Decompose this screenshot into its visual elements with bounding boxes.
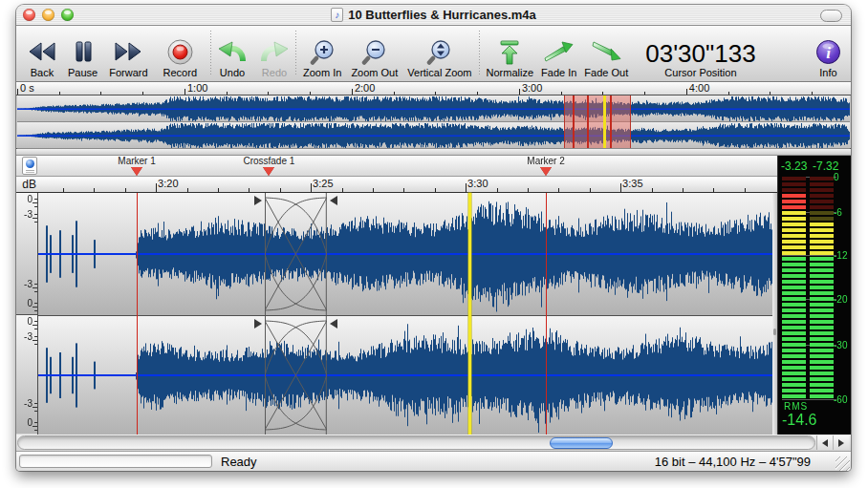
ruler-tick xyxy=(268,92,269,95)
ruler-tick xyxy=(280,188,281,192)
ruler-tick xyxy=(561,92,562,95)
meter-segment xyxy=(782,234,806,238)
peak-value-left: -3.23 xyxy=(781,159,807,173)
ruler-tick xyxy=(812,92,813,95)
right-arrow-icon xyxy=(838,439,844,447)
crossfade-handle-icon[interactable] xyxy=(254,319,262,329)
marker-flag[interactable]: Crossfade 1 xyxy=(211,157,326,176)
zoom-window-button[interactable] xyxy=(61,9,74,21)
horizontal-scrollbar[interactable] xyxy=(16,435,851,451)
overview-marker-line xyxy=(587,95,589,148)
waveform-view[interactable]: 0-3-30 0-3-30 xyxy=(16,193,777,435)
crossfade-handle-icon[interactable] xyxy=(330,319,337,329)
meter-segment xyxy=(782,194,806,198)
editor-left-column: Marker 1Crossfade 1Marker 2 dB 3:203:253… xyxy=(16,156,777,435)
stereo-waveform-canvas[interactable] xyxy=(38,193,772,435)
db-scale-label: -3 xyxy=(24,331,33,342)
ruler-tick-label: 4:00 xyxy=(689,82,709,94)
title-bar[interactable]: ♪ 10 Butterflies & Hurricanes.m4a xyxy=(16,5,851,26)
track-audio-icon[interactable] xyxy=(22,157,37,175)
meter-segment xyxy=(782,257,806,261)
format-info: 16 bit – 44,100 Hz – 4'57"99 xyxy=(655,455,811,469)
ruler-tick-label: 3:30 xyxy=(467,178,488,189)
zoom-out-button[interactable]: Zoom Out xyxy=(351,37,398,78)
ruler-tick xyxy=(745,188,746,192)
db-scale-tick xyxy=(34,422,37,423)
overview-playback-cursor[interactable] xyxy=(603,95,606,148)
ruler-tick xyxy=(477,92,478,95)
rms-label: RMS xyxy=(784,401,808,412)
meter-segment xyxy=(810,177,834,180)
overview-waveform[interactable] xyxy=(16,95,851,149)
marker-flag[interactable]: Marker 2 xyxy=(488,157,603,176)
rms-value: -14.6 xyxy=(782,412,816,429)
record-button[interactable]: Record xyxy=(163,37,197,78)
vertical-zoom-button[interactable]: Vertical Zoom xyxy=(407,37,471,78)
back-button[interactable]: Back xyxy=(28,37,56,78)
traffic-lights xyxy=(23,9,74,21)
pause-button[interactable]: Pause xyxy=(68,37,98,78)
meter-segment xyxy=(810,274,834,278)
window-title: 10 Butterflies & Hurricanes.m4a xyxy=(348,8,536,22)
close-button[interactable] xyxy=(23,9,35,21)
ruler-tick-label: 0 s xyxy=(20,82,34,94)
meter-scale-label: -12 xyxy=(834,250,851,261)
ruler-tick xyxy=(590,188,591,192)
time-ruler[interactable]: dB 3:203:253:303:35 xyxy=(16,177,777,193)
marker-triangle-icon[interactable] xyxy=(540,167,552,176)
db-scale-tick xyxy=(34,199,37,200)
scroll-left-button[interactable] xyxy=(817,435,833,450)
crossfade-handle-icon[interactable] xyxy=(254,196,262,205)
ruler-tick xyxy=(310,92,311,95)
marker-triangle-icon[interactable] xyxy=(263,167,274,176)
overview-waveform-canvas[interactable] xyxy=(17,95,850,149)
meter-segment xyxy=(810,240,834,244)
info-button[interactable]: i Info xyxy=(815,37,841,78)
meter-segment xyxy=(782,383,806,387)
ruler-tick xyxy=(770,92,770,95)
marker-label: Marker 1 xyxy=(79,157,194,166)
scrollbar-track[interactable] xyxy=(17,435,815,450)
toolbar-toggle-pill-button[interactable] xyxy=(820,10,842,22)
undo-button[interactable]: Undo xyxy=(218,37,247,78)
meter-segment xyxy=(782,245,806,249)
zoom-in-button[interactable]: Zoom In xyxy=(303,37,341,78)
db-scale-tick xyxy=(33,426,37,427)
playback-cursor-line[interactable] xyxy=(468,193,471,435)
meter-segment xyxy=(810,314,834,318)
marker-triangle-icon[interactable] xyxy=(131,167,142,176)
redo-button[interactable]: Redo xyxy=(260,37,289,78)
normalize-icon xyxy=(498,37,521,66)
pane-splitter[interactable] xyxy=(16,149,851,156)
meter-scale-label: 0 xyxy=(834,172,851,182)
fade-in-button[interactable]: Fade In xyxy=(541,37,576,78)
ruler-tick xyxy=(528,188,529,192)
marker-line[interactable] xyxy=(137,193,138,435)
normalize-button[interactable]: Normalize xyxy=(487,37,534,78)
resize-grip[interactable] xyxy=(835,456,850,471)
meter-scale-label: -20 xyxy=(834,294,851,305)
db-scale-tick xyxy=(34,411,37,412)
forward-button[interactable]: Forward xyxy=(109,37,147,78)
ruler-tick xyxy=(311,183,312,192)
toolbar-separator xyxy=(210,31,211,76)
meter-segment xyxy=(810,228,834,232)
ruler-tick xyxy=(683,188,684,192)
meter-segment xyxy=(810,366,834,370)
marker-bar[interactable]: Marker 1Crossfade 1Marker 2 xyxy=(16,156,777,177)
ruler-tick xyxy=(620,183,621,192)
crossfade-region[interactable] xyxy=(265,316,327,435)
marker-flag[interactable]: Marker 1 xyxy=(79,157,194,176)
ruler-tick xyxy=(394,92,395,95)
overview-time-ruler[interactable]: 0 s1:002:003:004:00 xyxy=(16,82,851,95)
crossfade-handle-icon[interactable] xyxy=(330,196,337,205)
document-proxy-icon[interactable]: ♪ xyxy=(331,8,343,22)
progress-bar xyxy=(19,455,212,468)
ruler-tick-label: 3:00 xyxy=(522,82,542,94)
minimize-button[interactable] xyxy=(42,9,54,21)
crossfade-region[interactable] xyxy=(265,193,327,315)
scroll-right-button[interactable] xyxy=(833,435,849,450)
marker-line[interactable] xyxy=(546,193,547,435)
fade-out-button[interactable]: Fade Out xyxy=(584,37,628,78)
scrollbar-thumb[interactable] xyxy=(550,437,613,449)
